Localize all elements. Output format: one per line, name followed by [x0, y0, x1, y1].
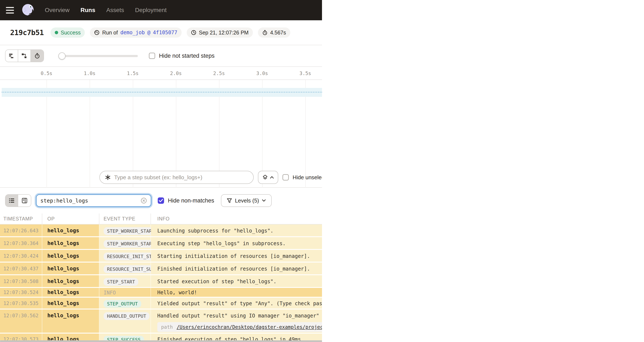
log-row[interactable]: 12:07:30.437 hello_logs RESOURCE_INIT_SU…: [0, 262, 322, 275]
status-dot-icon: [55, 31, 58, 34]
log-toolbar: Hide non-matches Levels (5) Copy URL: [0, 188, 322, 214]
hide-not-started-control: Hide not started steps: [149, 53, 214, 59]
log-filter-inputwrap: [36, 194, 152, 207]
nav-overview[interactable]: Overview: [45, 7, 70, 14]
step-subset-controls: Hide unselected steps: [99, 171, 322, 184]
log-timestamp: 12:07:30.535: [0, 298, 42, 308]
log-op: hello_logs: [42, 250, 99, 262]
nav-assets[interactable]: Assets: [106, 7, 124, 14]
log-row[interactable]: 12:07:30.364 hello_logs STEP_WORKER_STAR…: [0, 237, 322, 250]
run-of-tag: Run of demo_job @ 4f105077: [90, 28, 182, 38]
header-op: OP: [42, 214, 99, 224]
gantt-chart-area: Hide unselected steps: [0, 80, 322, 188]
hide-unselected-control: Hide unselected steps: [282, 174, 322, 181]
hide-not-started-label: Hide not started steps: [159, 53, 214, 59]
log-timestamp: 12:07:30.437: [0, 262, 42, 274]
event-type-badge: HANDLED_OUTPUT: [104, 312, 150, 320]
event-type-badge: STEP_OUTPUT: [104, 300, 141, 308]
levels-filter-button[interactable]: Levels (5): [221, 194, 272, 207]
log-info: Launching subprocess for "hello_logs".: [151, 224, 322, 236]
log-row[interactable]: 12:07:30.562 hello_logs HANDLED_OUTPUT H…: [0, 310, 322, 334]
stopwatch-icon: [262, 30, 268, 35]
run-gantt-section: 0.5s 1.0s 1.5s 2.0s 2.5s 3.0s 3.5s 4.0s …: [0, 67, 322, 188]
structured-log-view-icon[interactable]: [6, 195, 18, 206]
dagster-app-window: Overview Runs Assets Deployment / 219c7b…: [0, 0, 322, 342]
header-timestamp: TIMESTAMP: [0, 214, 42, 224]
log-info: Finished initialization of resources [io…: [151, 262, 322, 274]
hide-unselected-checkbox[interactable]: [282, 174, 289, 180]
axis-tick: 3.0s: [254, 70, 270, 76]
log-info: Executing step "hello_logs" in subproces…: [151, 237, 322, 249]
log-view-mode-control: [5, 194, 31, 207]
menu-icon[interactable]: [6, 5, 16, 15]
output-path-link[interactable]: /Users/erincochran/Desktop/dagster-examp…: [176, 324, 322, 330]
log-row[interactable]: 12:07:30.424 hello_logs RESOURCE_INIT_ST…: [0, 250, 322, 262]
header-info: INFO: [151, 214, 322, 224]
top-nav: Overview Runs Assets Deployment /: [0, 0, 322, 20]
dagster-logo-icon[interactable]: [20, 2, 36, 18]
log-filter-input[interactable]: [40, 198, 138, 204]
log-timestamp: 12:07:30.524: [0, 288, 42, 297]
run-id: 219c7b51: [10, 28, 44, 37]
hide-not-started-checkbox[interactable]: [149, 53, 155, 59]
graph-query-toggle-button[interactable]: [258, 171, 278, 184]
run-header: 219c7b51 Success Run of demo_job @ 4f105…: [0, 20, 322, 45]
log-row[interactable]: 12:07:26.643 hello_logs STEP_WORKER_STAR…: [0, 224, 322, 237]
step-waiting-bar[interactable]: [2, 88, 322, 97]
nav-runs[interactable]: Runs: [80, 7, 95, 14]
job-link[interactable]: demo_job: [120, 30, 145, 36]
gantt-timing-view-icon[interactable]: [31, 50, 44, 62]
gantt-time-axis: 0.5s 1.0s 1.5s 2.0s 2.5s 3.0s 3.5s 4.0s …: [0, 67, 322, 80]
slider-knob[interactable]: [58, 52, 66, 60]
nav-deployment[interactable]: Deployment: [135, 7, 166, 14]
log-op: hello_logs: [42, 298, 99, 308]
gantt-zoom-slider[interactable]: [58, 50, 138, 62]
hide-unselected-label: Hide unselected steps: [292, 174, 322, 181]
gantt-chart-pane: 0.5s 1.0s 1.5s 2.0s 2.5s 3.0s 3.5s 4.0s …: [0, 67, 322, 188]
axis-tick: 3.5s: [297, 70, 314, 76]
axis-tick: 0.5s: [38, 70, 55, 76]
hide-non-matches-control: Hide non-matches: [158, 198, 214, 204]
log-info: Handled output "result" using IO manager…: [157, 313, 319, 319]
step-subset-inputwrap: [99, 171, 254, 184]
log-table-header: TIMESTAMP OP EVENT TYPE INFO: [0, 214, 322, 224]
log-timestamp: 12:07:30.424: [0, 250, 42, 262]
op-selector-icon: [105, 174, 111, 180]
main-nav: Overview Runs Assets Deployment: [45, 7, 166, 14]
log-row[interactable]: 12:07:30.508 hello_logs STEP_START Start…: [0, 275, 322, 288]
snapshot-link[interactable]: 4f105077: [153, 30, 178, 36]
log-timestamp: 12:07:30.508: [0, 275, 42, 287]
clear-filter-icon[interactable]: [140, 198, 147, 204]
run-status-badge: Success: [50, 28, 85, 38]
log-info: Started execution of step "hello_logs".: [151, 275, 322, 287]
check-icon: [159, 199, 163, 202]
run-timestamp-tag: Sep 21, 12:07:26 PM: [187, 28, 253, 38]
header-event-type: EVENT TYPE: [99, 214, 151, 224]
horizontal-scrollbar[interactable]: [0, 340, 322, 342]
log-op: hello_logs: [42, 310, 99, 333]
step-subset-input[interactable]: [114, 174, 248, 181]
history-clock-icon: [94, 30, 100, 35]
log-info: Starting initialization of resources [io…: [151, 250, 322, 262]
log-op: hello_logs: [42, 262, 99, 274]
axis-tick: 1.0s: [81, 70, 98, 76]
log-timestamp: 12:07:30.562: [0, 310, 42, 333]
gantt-flat-view-icon[interactable]: [6, 50, 18, 62]
log-row[interactable]: 12:07:30.524 hello_logs INFO Hello, worl…: [0, 288, 322, 298]
hide-non-matches-checkbox[interactable]: [158, 198, 164, 204]
event-log-table: TIMESTAMP OP EVENT TYPE INFO 12:07:26.64…: [0, 214, 322, 342]
gantt-toolbar: Hide not started steps Re-execute all (*…: [0, 45, 322, 67]
caret-up-icon: [270, 176, 274, 178]
log-row[interactable]: 12:07:30.535 hello_logs STEP_OUTPUT Yiel…: [0, 298, 322, 310]
chevron-down-icon: [262, 199, 266, 202]
gantt-waterfall-view-icon[interactable]: [18, 50, 31, 62]
axis-tick: 2.5s: [210, 70, 228, 76]
raw-log-view-icon[interactable]: [18, 195, 31, 206]
layers-icon: [262, 174, 268, 180]
clock-icon: [191, 30, 196, 35]
scrollbar-thumb[interactable]: [0, 340, 322, 342]
path-label: path: [161, 324, 173, 330]
axis-tick: 1.5s: [124, 70, 141, 76]
log-op: hello_logs: [42, 224, 99, 236]
log-info: Yielded output "result" of type "Any". (…: [151, 298, 322, 308]
